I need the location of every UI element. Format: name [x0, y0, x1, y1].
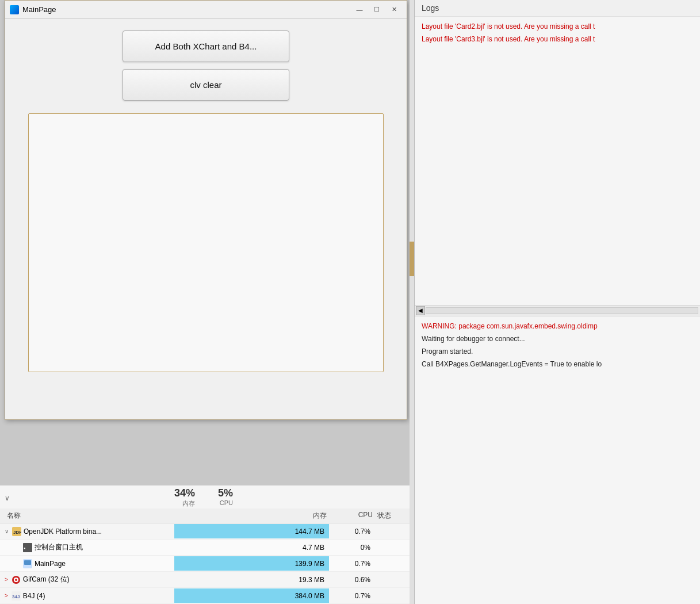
window-title: MainPage — [22, 5, 56, 14]
log-text: Layout file 'Card2.bjl' is not used. Are… — [422, 22, 595, 30]
memory-pct: 34% — [174, 487, 195, 499]
horizontal-scrollbar[interactable]: ◀ — [415, 305, 700, 316]
logs-content: Layout file 'Card2.bjl' is not used. Are… — [415, 17, 700, 305]
svg-text:▪: ▪ — [24, 545, 25, 551]
task-column-headers: 名称 内存 CPU 状态 — [0, 509, 414, 523]
java-process-icon: JDK — [12, 527, 21, 536]
col-mem: 内存 — [174, 510, 329, 522]
process-name: MainPage — [5, 559, 174, 568]
task-manager-panel: ∨ 34% 内存 5% CPU 名称 内存 CPU 状态 — [0, 485, 414, 604]
expand-icon[interactable]: > — [5, 576, 8, 583]
gifcam-process-icon — [12, 575, 21, 584]
scroll-track[interactable] — [426, 307, 698, 314]
process-name-text: GifCam (32 位) — [23, 575, 70, 584]
app-icon — [10, 5, 19, 14]
window-controls: — ☐ ✕ — [351, 3, 402, 16]
log-line: Program started. — [415, 345, 700, 358]
log-line: Layout file 'Card2.bjl' is not used. Are… — [415, 20, 700, 33]
main-page-window: MainPage — ☐ ✕ Add Both XChart and B4...… — [5, 0, 407, 420]
process-name-text: OpenJDK Platform bina... — [24, 527, 102, 536]
log-line: Waiting for debugger to connect... — [415, 332, 700, 345]
process-name: > 34J B4J (4) — [5, 591, 174, 601]
window-title-area: MainPage — [10, 5, 56, 14]
log-line: Call B4XPages.GetManager.LogEvents = Tru… — [415, 358, 700, 370]
log-line: WARNING: package com.sun.javafx.embed.sw… — [415, 320, 700, 332]
summary-stats: 34% 内存 5% CPU — [174, 487, 410, 508]
log-text: WARNING: package com.sun.javafx.embed.sw… — [422, 322, 598, 330]
mainpage-process-icon — [23, 559, 32, 568]
console-process-icon: ▪ — [23, 543, 32, 552]
process-mem: 19.3 MB — [174, 572, 329, 587]
b4j-process-icon: 34J — [12, 591, 21, 601]
minimize-button[interactable]: — — [351, 3, 368, 16]
summary-row: ∨ 34% 内存 5% CPU — [0, 486, 414, 509]
close-button[interactable]: ✕ — [386, 3, 402, 16]
cpu-summary: 5% CPU — [218, 487, 233, 508]
table-row[interactable]: ▪ 控制台窗口主机 4.7 MB 0% — [0, 540, 414, 556]
scroll-left-arrow[interactable]: ◀ — [416, 306, 425, 315]
window-content: Add Both XChart and B4... clv clear — [5, 19, 407, 389]
col-name: 名称 — [5, 510, 174, 522]
logs-title: Logs — [415, 0, 700, 17]
logs-panel: Logs Layout file 'Card2.bjl' is not used… — [414, 0, 700, 604]
task-scroll-thumb[interactable] — [410, 242, 414, 276]
process-cpu: 0.7% — [329, 592, 375, 600]
process-name-text: MainPage — [35, 560, 66, 568]
chevron-down-icon[interactable]: ∨ — [5, 494, 10, 502]
svg-text:JDK: JDK — [13, 530, 21, 535]
log-text: Waiting for debugger to connect... — [422, 335, 525, 343]
process-mem: 4.7 MB — [174, 540, 329, 555]
process-cpu: 0.6% — [329, 576, 375, 584]
process-cpu: 0.7% — [329, 560, 375, 568]
process-name-text: B4J (4) — [23, 592, 45, 600]
logs-content-lower: WARNING: package com.sun.javafx.embed.sw… — [415, 316, 700, 605]
chevron-spacer: ∨ — [5, 494, 174, 502]
content-area — [28, 113, 384, 372]
task-scrollbar[interactable] — [410, 0, 414, 604]
memory-summary: 34% 内存 — [174, 487, 195, 508]
log-text: Program started. — [422, 347, 473, 355]
process-cpu: 0% — [329, 544, 375, 552]
add-both-button[interactable]: Add Both XChart and B4... — [123, 30, 289, 62]
log-text: Call B4XPages.GetManager.LogEvents = Tru… — [422, 360, 602, 368]
process-name: ∨ JDK OpenJDK Platform bina... — [5, 527, 174, 536]
expand-icon[interactable]: > — [5, 592, 8, 599]
table-row[interactable]: MainPage 139.9 MB 0.7% — [0, 556, 414, 572]
svg-text:34J: 34J — [12, 594, 20, 599]
log-line: Layout file 'Card3.bjl' is not used. Are… — [415, 33, 700, 45]
col-cpu: CPU — [329, 510, 375, 522]
log-text: Layout file 'Card3.bjl' is not used. Are… — [422, 35, 595, 43]
expand-icon[interactable]: ∨ — [5, 528, 9, 534]
process-cpu: 0.7% — [329, 527, 375, 536]
process-mem: 384.0 MB — [174, 588, 329, 603]
table-row[interactable]: ∨ JDK OpenJDK Platform bina... 144.7 MB … — [0, 523, 414, 540]
svg-rect-5 — [24, 560, 31, 565]
process-mem: 139.9 MB — [174, 556, 329, 571]
cpu-label: CPU — [218, 499, 233, 506]
table-row[interactable]: > GifCam (32 位) 19.3 MB 0.6% — [0, 572, 414, 588]
process-name-text: 控制台窗口主机 — [35, 542, 83, 552]
process-name: > GifCam (32 位) — [5, 575, 174, 584]
cpu-pct: 5% — [218, 487, 233, 499]
maximize-button[interactable]: ☐ — [369, 3, 385, 16]
window-titlebar: MainPage — ☐ ✕ — [5, 1, 407, 19]
clv-clear-button[interactable]: clv clear — [123, 69, 289, 101]
process-mem: 144.7 MB — [174, 524, 329, 538]
memory-label: 内存 — [174, 499, 195, 508]
process-name: ▪ 控制台窗口主机 — [5, 542, 174, 552]
table-row[interactable]: > 34J B4J (4) 384.0 MB 0.7% — [0, 588, 414, 604]
svg-point-8 — [15, 579, 17, 581]
col-status: 状态 — [375, 510, 410, 522]
